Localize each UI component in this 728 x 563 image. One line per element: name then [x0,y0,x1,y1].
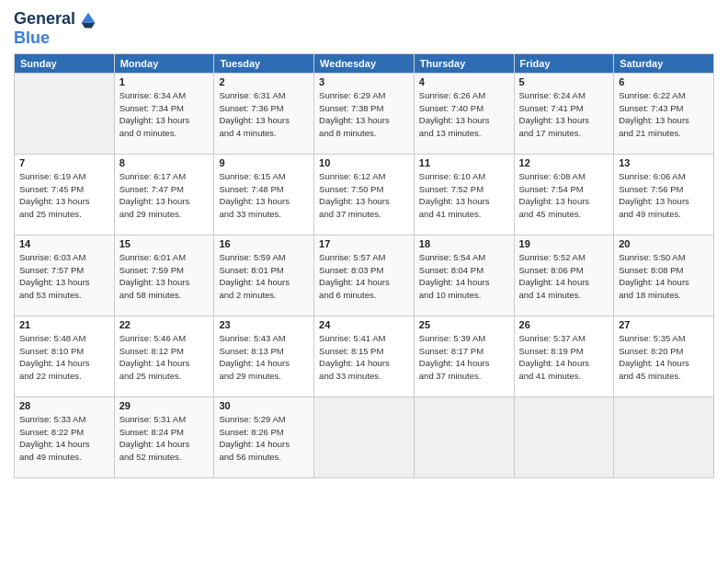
day-number: 14 [19,238,109,249]
day-cell: 24Sunrise: 5:41 AM Sunset: 8:15 PM Dayli… [314,316,415,396]
day-detail: Sunrise: 5:35 AM Sunset: 8:20 PM Dayligh… [619,332,709,383]
day-number: 8 [119,157,210,168]
day-number: 27 [619,319,709,330]
day-detail: Sunrise: 6:31 AM Sunset: 7:36 PM Dayligh… [219,89,309,140]
day-detail: Sunrise: 5:59 AM Sunset: 8:01 PM Dayligh… [219,251,309,302]
day-cell: 14Sunrise: 6:03 AM Sunset: 7:57 PM Dayli… [15,235,115,316]
day-cell: 15Sunrise: 6:01 AM Sunset: 7:59 PM Dayli… [114,235,214,316]
day-detail: Sunrise: 6:08 AM Sunset: 7:54 PM Dayligh… [519,170,609,221]
day-number: 20 [619,238,709,249]
week-row-3: 14Sunrise: 6:03 AM Sunset: 7:57 PM Dayli… [15,235,714,316]
day-detail: Sunrise: 6:03 AM Sunset: 7:57 PM Dayligh… [19,251,109,302]
day-cell: 19Sunrise: 5:52 AM Sunset: 8:06 PM Dayli… [514,235,614,316]
day-detail: Sunrise: 5:57 AM Sunset: 8:03 PM Dayligh… [319,251,409,302]
day-detail: Sunrise: 6:06 AM Sunset: 7:56 PM Dayligh… [619,170,709,221]
day-cell: 21Sunrise: 5:48 AM Sunset: 8:10 PM Dayli… [15,316,115,396]
day-detail: Sunrise: 6:01 AM Sunset: 7:59 PM Dayligh… [119,251,210,302]
logo-icon [78,9,98,29]
day-cell: 13Sunrise: 6:06 AM Sunset: 7:56 PM Dayli… [614,154,714,235]
day-detail: Sunrise: 6:17 AM Sunset: 7:47 PM Dayligh… [119,170,210,221]
day-cell: 18Sunrise: 5:54 AM Sunset: 8:04 PM Dayli… [414,235,514,316]
page: General Blue SundayMondayTuesdayWednesda… [0,0,728,563]
week-row-1: 1Sunrise: 6:34 AM Sunset: 7:34 PM Daylig… [15,73,714,154]
day-detail: Sunrise: 6:26 AM Sunset: 7:40 PM Dayligh… [419,89,509,140]
day-detail: Sunrise: 6:15 AM Sunset: 7:48 PM Dayligh… [219,170,309,221]
week-row-2: 7Sunrise: 6:19 AM Sunset: 7:45 PM Daylig… [15,154,714,235]
day-detail: Sunrise: 5:54 AM Sunset: 8:04 PM Dayligh… [419,251,509,302]
day-cell: 6Sunrise: 6:22 AM Sunset: 7:43 PM Daylig… [614,73,714,154]
day-number: 1 [119,76,210,87]
day-number: 15 [119,238,210,249]
calendar-table: SundayMondayTuesdayWednesdayThursdayFrid… [14,53,714,478]
day-number: 5 [519,76,609,87]
day-number: 2 [219,76,309,87]
day-number: 13 [619,157,709,168]
day-cell [15,73,115,154]
header-cell-thursday: Thursday [414,53,514,73]
day-cell: 17Sunrise: 5:57 AM Sunset: 8:03 PM Dayli… [314,235,415,316]
header: General Blue [14,9,714,48]
day-cell: 23Sunrise: 5:43 AM Sunset: 8:13 PM Dayli… [214,316,314,396]
day-cell: 10Sunrise: 6:12 AM Sunset: 7:50 PM Dayli… [314,154,415,235]
header-cell-wednesday: Wednesday [314,53,415,73]
day-cell: 1Sunrise: 6:34 AM Sunset: 7:34 PM Daylig… [114,73,214,154]
day-cell [314,396,415,477]
day-cell: 9Sunrise: 6:15 AM Sunset: 7:48 PM Daylig… [214,154,314,235]
day-cell: 5Sunrise: 6:24 AM Sunset: 7:41 PM Daylig… [514,73,614,154]
day-detail: Sunrise: 6:10 AM Sunset: 7:52 PM Dayligh… [419,170,509,221]
day-detail: Sunrise: 5:33 AM Sunset: 8:22 PM Dayligh… [19,413,109,464]
header-cell-tuesday: Tuesday [214,53,314,73]
day-cell [614,396,714,477]
header-cell-sunday: Sunday [15,53,115,73]
day-detail: Sunrise: 5:52 AM Sunset: 8:06 PM Dayligh… [519,251,609,302]
day-number: 25 [419,319,509,330]
day-number: 10 [319,157,409,168]
day-number: 23 [219,319,309,330]
day-cell: 16Sunrise: 5:59 AM Sunset: 8:01 PM Dayli… [214,235,314,316]
day-cell: 7Sunrise: 6:19 AM Sunset: 7:45 PM Daylig… [15,154,115,235]
day-cell: 12Sunrise: 6:08 AM Sunset: 7:54 PM Dayli… [514,154,614,235]
calendar-header-row: SundayMondayTuesdayWednesdayThursdayFrid… [15,53,714,73]
day-cell [514,396,614,477]
day-number: 4 [419,76,509,87]
day-number: 11 [419,157,509,168]
day-detail: Sunrise: 6:24 AM Sunset: 7:41 PM Dayligh… [519,89,609,140]
week-row-4: 21Sunrise: 5:48 AM Sunset: 8:10 PM Dayli… [15,316,714,396]
day-number: 16 [219,238,309,249]
day-number: 18 [419,238,509,249]
week-row-5: 28Sunrise: 5:33 AM Sunset: 8:22 PM Dayli… [15,396,714,477]
day-cell: 20Sunrise: 5:50 AM Sunset: 8:08 PM Dayli… [614,235,714,316]
day-cell: 3Sunrise: 6:29 AM Sunset: 7:38 PM Daylig… [314,73,415,154]
day-number: 19 [519,238,609,249]
day-detail: Sunrise: 5:37 AM Sunset: 8:19 PM Dayligh… [519,332,609,383]
day-detail: Sunrise: 6:29 AM Sunset: 7:38 PM Dayligh… [319,89,409,140]
day-cell: 22Sunrise: 5:46 AM Sunset: 8:12 PM Dayli… [114,316,214,396]
header-cell-monday: Monday [114,53,214,73]
day-detail: Sunrise: 6:22 AM Sunset: 7:43 PM Dayligh… [619,89,709,140]
logo-text: General [14,10,75,29]
day-detail: Sunrise: 5:46 AM Sunset: 8:12 PM Dayligh… [119,332,210,383]
day-cell: 25Sunrise: 5:39 AM Sunset: 8:17 PM Dayli… [414,316,514,396]
day-number: 26 [519,319,609,330]
day-detail: Sunrise: 5:31 AM Sunset: 8:24 PM Dayligh… [119,413,210,464]
day-number: 12 [519,157,609,168]
day-detail: Sunrise: 5:39 AM Sunset: 8:17 PM Dayligh… [419,332,509,383]
header-cell-friday: Friday [514,53,614,73]
header-cell-saturday: Saturday [614,53,714,73]
day-detail: Sunrise: 5:50 AM Sunset: 8:08 PM Dayligh… [619,251,709,302]
day-cell: 28Sunrise: 5:33 AM Sunset: 8:22 PM Dayli… [15,396,115,477]
day-detail: Sunrise: 6:12 AM Sunset: 7:50 PM Dayligh… [319,170,409,221]
day-number: 24 [319,319,409,330]
day-detail: Sunrise: 6:34 AM Sunset: 7:34 PM Dayligh… [119,89,210,140]
day-number: 28 [19,400,109,411]
day-detail: Sunrise: 5:41 AM Sunset: 8:15 PM Dayligh… [319,332,409,383]
logo-blue-text: Blue [14,29,98,48]
day-number: 21 [19,319,109,330]
day-cell: 30Sunrise: 5:29 AM Sunset: 8:26 PM Dayli… [214,396,314,477]
day-number: 9 [219,157,309,168]
day-cell: 2Sunrise: 6:31 AM Sunset: 7:36 PM Daylig… [214,73,314,154]
svg-marker-0 [82,13,96,23]
day-number: 30 [219,400,309,411]
logo: General Blue [14,9,98,48]
day-number: 22 [119,319,210,330]
